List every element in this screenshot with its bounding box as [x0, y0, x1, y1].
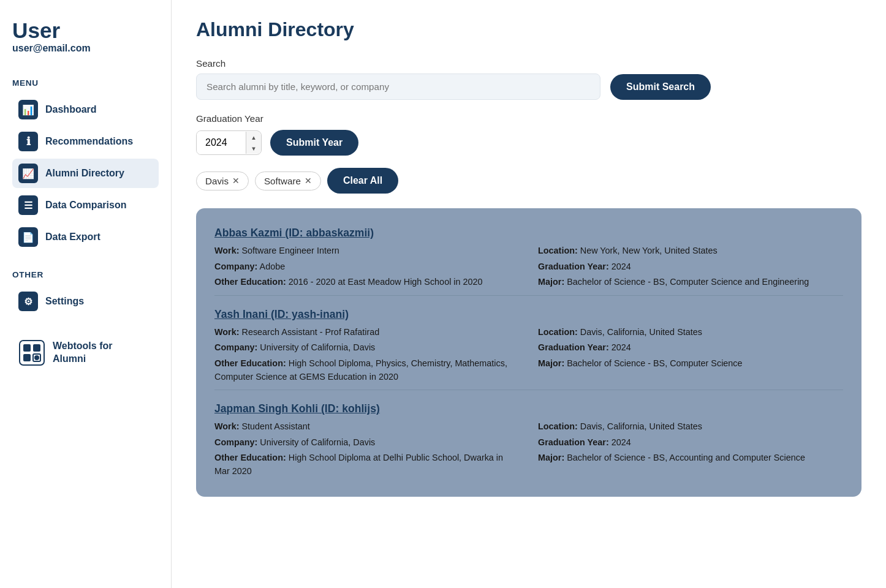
alumni-grad-year-1: Graduation Year: 2024 [538, 341, 843, 355]
filter-chip-label: Software [264, 176, 301, 186]
alumni-grad-year-0: Graduation Year: 2024 [538, 260, 843, 274]
filter-chip-davis: Davis ✕ [196, 172, 249, 190]
alumni-company-1: Company: University of California, Davis [214, 341, 520, 355]
webtools-label: Webtools for Alumni [53, 340, 112, 366]
alumni-work-0: Work: Software Engineer Intern [214, 244, 520, 258]
alumni-location-0: Location: New York, New York, United Sta… [538, 244, 843, 258]
sidebar-user-email: user@email.com [12, 43, 159, 54]
sidebar-item-data-comparison[interactable]: ☰ Data Comparison [12, 190, 159, 220]
sidebar-menu-nav: 📊 Dashboard ℹ Recommendations 📈 Alumni D… [12, 95, 159, 252]
alumni-other-edu-0: Other Education: 2016 - 2020 at East Mea… [214, 276, 520, 289]
alumni-grid-0: Work: Software Engineer Intern Location:… [214, 244, 843, 289]
sidebar-webtools[interactable]: Webtools for Alumni [12, 334, 159, 371]
sidebar-menu-label: MENU [12, 78, 159, 88]
sidebar-item-dashboard[interactable]: 📊 Dashboard [12, 95, 159, 124]
clear-all-button[interactable]: Clear All [327, 168, 398, 194]
sidebar-item-alumni-directory[interactable]: 📈 Alumni Directory [12, 159, 159, 188]
alumni-card-1: Yash Inani (ID: yash-inani) Work: Resear… [214, 295, 843, 383]
year-input[interactable] [197, 131, 246, 154]
sidebar-other-nav: ⚙ Settings [12, 287, 159, 316]
sidebar-item-data-export[interactable]: 📄 Data Export [12, 222, 159, 252]
sidebar-item-label: Dashboard [45, 104, 97, 115]
alumni-other-edu-2: Other Education: High School Diploma at … [214, 451, 520, 478]
search-input[interactable] [196, 74, 600, 100]
svg-rect-1 [23, 344, 31, 352]
alumni-name-link-0[interactable]: Abbas Kazmi (ID: abbaskazmii) [214, 227, 374, 239]
alumni-location-1: Location: Davis, California, United Stat… [538, 326, 843, 339]
alumni-location-2: Location: Davis, California, United Stat… [538, 420, 843, 434]
sidebar-item-recommendations[interactable]: ℹ Recommendations [12, 127, 159, 156]
alumni-name-link-1[interactable]: Yash Inani (ID: yash-inani) [214, 308, 349, 321]
webtools-icon [18, 339, 45, 366]
year-down-button[interactable]: ▼ [246, 143, 261, 154]
filters-row: Davis ✕ Software ✕ Clear All [196, 168, 861, 194]
alumni-company-0: Company: Adobe [214, 260, 520, 274]
page-title: Alumni Directory [196, 18, 861, 41]
search-row: Submit Search [196, 74, 861, 100]
settings-icon: ⚙ [18, 292, 38, 311]
sidebar-item-label: Data Export [45, 232, 100, 243]
alumni-grad-year-2: Graduation Year: 2024 [538, 436, 843, 450]
alumni-work-2: Work: Student Assistant [214, 420, 520, 434]
alumni-directory-icon: 📈 [18, 164, 38, 183]
recommendations-icon: ℹ [18, 132, 38, 151]
filter-chip-davis-remove[interactable]: ✕ [232, 176, 240, 186]
svg-point-5 [34, 355, 39, 360]
alumni-grid-1: Work: Research Assistant - Prof Rafatira… [214, 326, 843, 383]
alumni-work-1: Work: Research Assistant - Prof Rafatira… [214, 326, 520, 339]
graduation-year-label: Graduation Year [196, 113, 861, 124]
sidebar-item-settings[interactable]: ⚙ Settings [12, 287, 159, 316]
dashboard-icon: 📊 [18, 100, 38, 119]
main-content: Alumni Directory Search Submit Search Gr… [172, 0, 886, 588]
sidebar-item-label: Alumni Directory [45, 168, 124, 179]
alumni-card-2: Japman Singh Kohli (ID: kohlijs) Work: S… [214, 390, 843, 478]
alumni-major-2: Major: Bachelor of Science - BS, Account… [538, 451, 843, 478]
alumni-name-link-2[interactable]: Japman Singh Kohli (ID: kohlijs) [214, 402, 380, 415]
filter-chip-software-remove[interactable]: ✕ [305, 176, 312, 186]
sidebar-user-name: User [12, 18, 159, 43]
alumni-card-0: Abbas Kazmi (ID: abbaskazmii) Work: Soft… [214, 227, 843, 289]
alumni-grid-2: Work: Student Assistant Location: Davis,… [214, 420, 843, 478]
submit-search-button[interactable]: Submit Search [610, 74, 711, 100]
sidebar-other-label: OTHER [12, 270, 159, 279]
sidebar: User user@email.com MENU 📊 Dashboard ℹ R… [0, 0, 172, 588]
year-spinners: ▲ ▼ [246, 132, 261, 154]
sidebar-item-label: Recommendations [45, 136, 133, 147]
svg-rect-2 [33, 344, 40, 352]
search-label: Search [196, 58, 861, 69]
year-input-wrap: ▲ ▼ [196, 130, 262, 155]
filter-chip-label: Davis [205, 176, 229, 186]
sidebar-item-label: Settings [45, 296, 84, 307]
svg-rect-3 [23, 354, 31, 361]
alumni-major-1: Major: Bachelor of Science - BS, Compute… [538, 357, 843, 383]
filter-chip-software: Software ✕ [255, 172, 321, 190]
year-up-button[interactable]: ▲ [246, 132, 261, 143]
results-panel: Abbas Kazmi (ID: abbaskazmii) Work: Soft… [196, 208, 861, 497]
data-comparison-icon: ☰ [18, 195, 38, 215]
alumni-company-2: Company: University of California, Davis [214, 436, 520, 450]
alumni-other-edu-1: Other Education: High School Diploma, Ph… [214, 357, 520, 383]
sidebar-item-label: Data Comparison [45, 200, 126, 211]
data-export-icon: 📄 [18, 227, 38, 247]
graduation-year-row: ▲ ▼ Submit Year [196, 130, 861, 156]
submit-year-button[interactable]: Submit Year [270, 130, 358, 156]
alumni-major-0: Major: Bachelor of Science - BS, Compute… [538, 276, 843, 289]
